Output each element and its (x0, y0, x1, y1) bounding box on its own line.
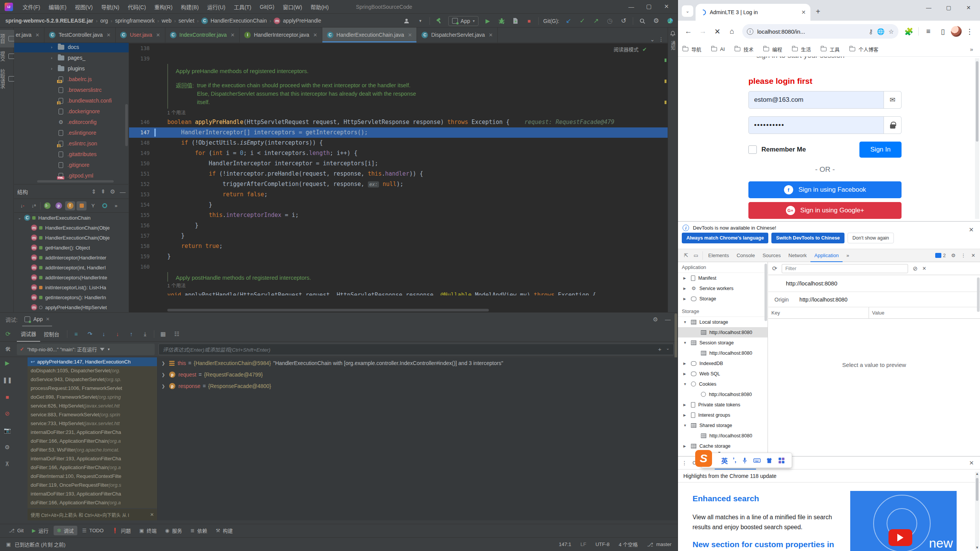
run-button[interactable]: ▶ (483, 16, 492, 26)
structure-item[interactable]: m addInterceptor(int, HandlerI (14, 262, 129, 272)
expand-arrow-icon[interactable]: ❯ (162, 361, 169, 366)
search-everywhere-icon[interactable] (638, 16, 647, 26)
chevron-down-icon[interactable]: ▾ (416, 16, 425, 26)
new-tab-icon[interactable]: + (816, 7, 820, 16)
settings-gear-icon[interactable]: ⚙ (652, 16, 661, 26)
breadcrumb-item[interactable]: web (162, 18, 172, 24)
devtools-tab[interactable]: Console (733, 249, 759, 262)
tool-window-button[interactable]: ❗ 问题 (109, 526, 134, 535)
stop-button[interactable]: ■ (524, 16, 534, 26)
project-tree-item[interactable]: › docs (14, 42, 129, 52)
git-branch-name[interactable]: master (656, 541, 671, 547)
code-line[interactable]: 147 HandlerInterceptor[] interceptors = … (129, 127, 668, 138)
step-into-icon[interactable]: ↓ (99, 329, 109, 339)
tool-window-button[interactable]: ◉ 服务 (162, 526, 185, 535)
tool-window-button[interactable]: ▶ 运行 (29, 526, 52, 535)
menu-item[interactable]: 视图(V) (71, 0, 97, 14)
extensions-icon[interactable]: 🧩 (902, 25, 915, 38)
code-line[interactable]: 148 if (!ObjectUtils.isEmpty(interceptor… (129, 138, 668, 148)
evaluate-expression-icon[interactable]: ▦ (158, 329, 168, 339)
git-update-icon[interactable]: ↙ (564, 16, 573, 26)
tool-window-button[interactable]: 项目 (0, 30, 15, 47)
structure-item[interactable]: m initInterceptorList(): List<Ha (14, 282, 129, 292)
stack-frame[interactable]: doFilter:166, ApplicationFilterChain (or… (28, 437, 157, 445)
feature-link[interactable]: Enhanced search (693, 494, 759, 503)
bookmark-folder[interactable]: AI (711, 46, 725, 52)
menu-item[interactable]: 重构(R) (150, 0, 176, 14)
close-tab-icon[interactable]: ✕ (106, 32, 111, 38)
tool-window-button[interactable]: ❇ 调试 (54, 526, 77, 535)
pause-icon[interactable]: ❚❚ (2, 375, 12, 385)
project-tree-item[interactable]: .gitattributes (14, 149, 129, 160)
chevron-down-icon[interactable]: ⌄ (666, 346, 670, 352)
horizontal-scrollbar[interactable] (37, 180, 114, 183)
scrollbar[interactable] (764, 264, 767, 321)
close-icon[interactable]: ✕ (969, 226, 974, 233)
breadcrumb-item[interactable]: mapplyPreHandle (274, 18, 321, 24)
maximize-icon[interactable]: ▢ (939, 0, 959, 15)
minimize-icon[interactable]: — (622, 0, 640, 13)
kebab-menu-icon[interactable]: ⋮ (961, 253, 966, 258)
line-number[interactable] (129, 290, 154, 295)
close-tab-icon[interactable]: ✕ (230, 32, 235, 38)
thread-selector[interactable]: ✓ "http-nio-80..." "main": 正在运行 ▾ (17, 344, 155, 355)
user-profile-icon[interactable] (402, 16, 411, 26)
line-ending[interactable]: LF (580, 541, 586, 547)
tool-window-button[interactable]: ▣ 终端 (136, 526, 160, 535)
menu-item[interactable]: 编辑(E) (44, 0, 71, 14)
breadcrumb-item[interactable]: springframework (115, 18, 154, 24)
scrollbar[interactable] (975, 58, 979, 219)
sidebar-item[interactable]: ▶ Private state tokens (678, 399, 768, 410)
scrollbar[interactable] (125, 104, 128, 146)
storage-origin-row[interactable]: http://localhost:8080 (768, 275, 980, 292)
issues-badge[interactable]: 2 (935, 253, 946, 258)
line-number[interactable]: 147 (129, 127, 154, 138)
stack-frame[interactable]: doDispatch:1035, DispatcherServlet (org. (28, 366, 157, 375)
site-info-icon[interactable]: i (747, 28, 753, 35)
menu-item[interactable]: 导航(N) (97, 0, 123, 14)
remember-me-checkbox[interactable] (748, 145, 757, 154)
delete-icon[interactable]: ✕ (922, 266, 926, 271)
close-tab-icon[interactable]: ✕ (313, 32, 317, 38)
forward-icon[interactable]: → (696, 25, 709, 38)
code-line[interactable]: 152 triggerAfterCompletion(request, resp… (129, 179, 668, 189)
sidebar-item[interactable]: ▼ Session storage (678, 337, 768, 348)
sidebar-item[interactable]: ▶ IndexedDB (678, 358, 768, 368)
sidebar-item[interactable]: http://localhost:8080 (678, 389, 768, 399)
dont-show-again-button[interactable]: Don't show again (848, 233, 894, 243)
resume-icon[interactable]: ▶ (2, 359, 12, 368)
stack-frame[interactable]: service:733, HttpServlet (javax.servlet.… (28, 419, 157, 428)
variable-row[interactable]: ❯ this = {HandlerExecutionChain@5984} "H… (158, 357, 678, 369)
close-tab-icon[interactable]: ✕ (801, 9, 806, 15)
microphone-icon[interactable] (741, 457, 748, 464)
project-tree-item[interactable]: .browserslistrc (14, 85, 129, 95)
evaluate-expression-input[interactable]: 评估表达式(Enter)或添加监视(Ctrl+Shift+Enter) +⌄ (158, 344, 674, 355)
line-number[interactable]: 155 (129, 210, 154, 220)
run-configuration-select[interactable]: App ▾ (448, 16, 479, 26)
debug-button[interactable] (497, 16, 506, 26)
key-column-header[interactable]: Key (768, 307, 869, 318)
device-toolbar-icon[interactable]: ▭ (691, 251, 701, 260)
line-number[interactable]: 156 (129, 220, 154, 231)
stack-frame[interactable]: doFilter:119, OncePerRequestFilter (org.… (28, 481, 157, 489)
code-line[interactable]: 158 return true; (129, 241, 668, 251)
code-line[interactable]: 149 for (int i = 0; i < interceptors.len… (129, 148, 668, 158)
line-number[interactable]: 159 (129, 251, 154, 262)
match-language-button[interactable]: Always match Chrome's language (682, 233, 768, 243)
ime-language-toggle[interactable]: 英 (721, 456, 728, 465)
bookmarks-overflow-icon[interactable]: » (970, 46, 980, 52)
project-tree-item[interactable]: .gitignore (14, 160, 129, 170)
stack-frame[interactable]: doService:943, DispatcherServlet (org.sp… (28, 375, 157, 384)
line-number[interactable]: 139 (129, 54, 154, 64)
project-tree-item[interactable]: YML .gitpod.yml (14, 170, 129, 181)
project-tree-item[interactable]: ⚙ .editorconfig (14, 117, 129, 127)
show-properties-icon[interactable]: p (54, 201, 64, 210)
breadcrumb-item[interactable]: org (100, 18, 108, 24)
settings-gear-icon[interactable]: ⚙ (951, 253, 956, 258)
tool-window-button[interactable]: 拉取请求 (0, 65, 15, 93)
address-bar[interactable]: i localhost:8080/in... ⚷ 🌐 ☆ (742, 24, 898, 39)
breadcrumb-item[interactable]: spring-webmvc-5.2.9.RELEASE.jar (5, 18, 93, 24)
line-number[interactable]: 148 (129, 138, 154, 148)
editor-tab[interactable]: C IndexController.java ✕ (165, 28, 240, 42)
step-out-icon[interactable]: ↑ (126, 329, 136, 339)
